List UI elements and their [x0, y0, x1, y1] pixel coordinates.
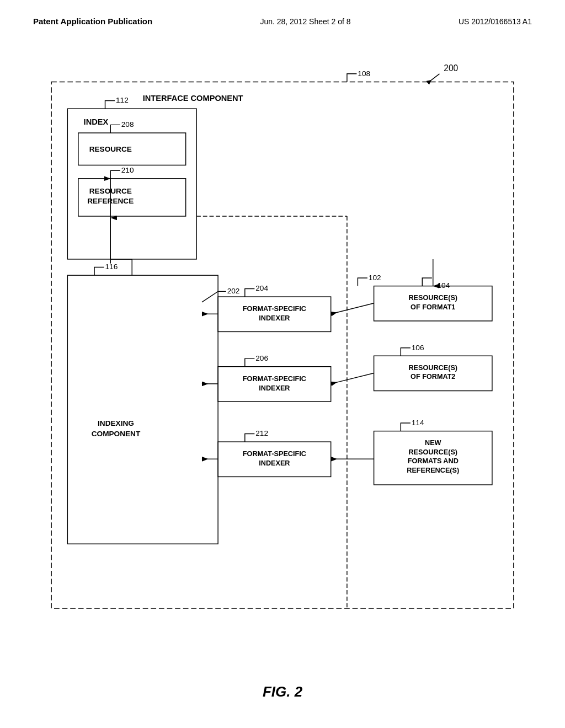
new-res-label4: REFERENCE(S) [407, 467, 459, 474]
ref-212: 212 [255, 429, 268, 437]
header-date: Jun. 28, 2012 Sheet 2 of 8 [260, 17, 350, 26]
fsi1-label2: INDEXER [259, 314, 290, 322]
new-res-label2: RESOURCE(S) [408, 448, 457, 456]
ref-108: 108 [358, 69, 370, 78]
svg-line-19 [331, 373, 374, 383]
ref-202: 202 [227, 287, 240, 295]
new-res-label1: NEW [425, 439, 441, 447]
ref-206: 206 [255, 354, 268, 362]
interface-component-label: INTERFACE COMPONENT [143, 94, 243, 103]
page-header: Patent Application Publication Jun. 28, … [33, 17, 532, 26]
svg-rect-6 [67, 275, 218, 544]
fsi3-label1: FORMAT-SPECIFIC [243, 450, 306, 458]
diagram: 200 108 INTERFACE COMPONENT 112 INDEX 20… [28, 50, 537, 673]
ref-204: 204 [255, 284, 268, 292]
svg-rect-0 [51, 82, 514, 608]
svg-rect-1 [67, 109, 196, 259]
ref-114: 114 [412, 419, 424, 427]
ref-200-label: 200 [444, 63, 458, 73]
ref-104: 104 [438, 281, 450, 290]
index-label: INDEX [84, 117, 109, 126]
figure-label: FIG. 2 [263, 683, 302, 700]
ref-116: 116 [105, 263, 118, 271]
fsi2-label2: INDEXER [259, 384, 290, 392]
ref-210: 210 [121, 166, 134, 174]
ref-208: 208 [121, 120, 134, 129]
format1-label2: OF FORMAT1 [411, 303, 455, 311]
fsi2-label1: FORMAT-SPECIFIC [243, 375, 306, 383]
indexing-label2: COMPONENT [92, 430, 141, 438]
ref-106: 106 [412, 344, 424, 352]
new-res-label3: FORMATS AND [408, 457, 459, 465]
format1-label1: RESOURCE(S) [408, 294, 457, 302]
indexing-label1: INDEXING [98, 419, 134, 427]
fsi1-label1: FORMAT-SPECIFIC [243, 305, 306, 313]
ref-102: 102 [369, 274, 381, 282]
resource-label: RESOURCE [89, 145, 132, 153]
ref-112: 112 [116, 96, 129, 104]
fsi3-label2: INDEXER [259, 459, 290, 467]
format2-label2: OF FORMAT2 [411, 373, 455, 381]
header-title: Patent Application Publication [33, 17, 152, 26]
header-patent: US 2012/0166513 A1 [459, 17, 532, 26]
format2-label1: RESOURCE(S) [408, 364, 457, 372]
svg-line-17 [331, 303, 374, 314]
